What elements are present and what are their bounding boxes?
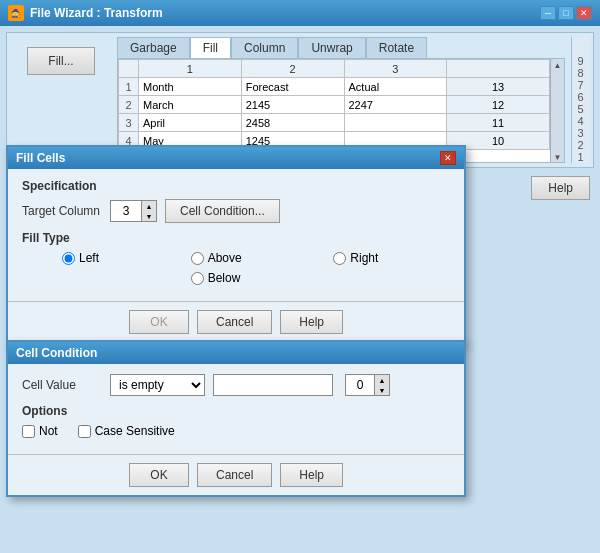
condition-spinner-up[interactable]: ▲: [375, 375, 389, 385]
case-sensitive-checkbox[interactable]: [78, 425, 91, 438]
not-checkbox-item[interactable]: Not: [22, 424, 58, 438]
radio-below-label: Below: [208, 271, 241, 285]
cell-condition-cancel-button[interactable]: Cancel: [197, 463, 272, 487]
title-bar: 🧙 File Wizard : Transform ─ □ ✕: [0, 0, 600, 26]
radio-right[interactable]: Right: [333, 251, 450, 265]
radio-left-input[interactable]: [62, 252, 75, 265]
tab-garbage[interactable]: Garbage: [117, 37, 190, 59]
case-sensitive-checkbox-item[interactable]: Case Sensitive: [78, 424, 175, 438]
close-button[interactable]: ✕: [576, 6, 592, 20]
options-label: Options: [22, 404, 450, 418]
cell-condition-body: Cell Value is empty is not empty equals …: [8, 364, 464, 448]
radio-below[interactable]: Below: [191, 271, 314, 285]
spinner-buttons: ▲ ▼: [141, 201, 156, 221]
case-sensitive-label: Case Sensitive: [95, 424, 175, 438]
col-header-2: 2: [241, 60, 344, 78]
condition-spinner-down[interactable]: ▼: [375, 385, 389, 395]
minimize-button[interactable]: ─: [540, 6, 556, 20]
target-column-label: Target Column: [22, 204, 102, 218]
cell-condition-buttons: OK Cancel Help: [8, 454, 464, 495]
cell-condition-help-button[interactable]: Help: [280, 463, 343, 487]
spinner-down-button[interactable]: ▼: [142, 211, 156, 221]
fill-cells-title: Fill Cells: [16, 151, 65, 165]
not-checkbox[interactable]: [22, 425, 35, 438]
tab-fill[interactable]: Fill: [190, 37, 231, 59]
window-title: File Wizard : Transform: [30, 6, 163, 20]
condition-numeric-spinner[interactable]: ▲ ▼: [345, 374, 390, 396]
col-header-blank: [119, 60, 139, 78]
fill-type-label: Fill Type: [22, 231, 450, 245]
tab-column[interactable]: Column: [231, 37, 298, 59]
fill-cells-help-button[interactable]: Help: [280, 310, 343, 334]
fill-button[interactable]: Fill...: [27, 47, 94, 75]
fill-cells-body: Specification Target Column ▲ ▼ Cell Con…: [8, 169, 464, 295]
col-header-1: 1: [139, 60, 242, 78]
options-row: Not Case Sensitive: [22, 424, 450, 438]
col-header-3: 3: [344, 60, 447, 78]
condition-text-input[interactable]: [213, 374, 333, 396]
fill-cells-close-button[interactable]: ✕: [440, 151, 456, 165]
cell-value-row: Cell Value is empty is not empty equals …: [22, 374, 450, 396]
target-column-input[interactable]: [111, 202, 141, 220]
tab-bar: Garbage Fill Column Unwrap Rotate: [117, 37, 565, 59]
tab-rotate[interactable]: Rotate: [366, 37, 427, 59]
cell-condition-dialog: Cell Condition Cell Value is empty is no…: [6, 340, 466, 497]
right-numbers: 9 8 7 6 5 4 3 2 1: [571, 37, 589, 163]
fill-cells-dialog: Fill Cells ✕ Specification Target Column…: [6, 145, 466, 344]
radio-left-label: Left: [79, 251, 99, 265]
col-header-extra: [447, 60, 550, 78]
radio-right-label: Right: [350, 251, 378, 265]
app-icon: 🧙: [8, 5, 24, 21]
vertical-scrollbar[interactable]: ▲ ▼: [550, 59, 564, 162]
cell-condition-button[interactable]: Cell Condition...: [165, 199, 280, 223]
condition-spinner-buttons: ▲ ▼: [374, 375, 389, 395]
cell-condition-ok-button[interactable]: OK: [129, 463, 189, 487]
specification-label: Specification: [22, 179, 450, 193]
fill-cells-buttons: OK Cancel Help: [8, 301, 464, 342]
condition-select[interactable]: is empty is not empty equals not equals …: [110, 374, 205, 396]
fill-cells-cancel-button[interactable]: Cancel: [197, 310, 272, 334]
radio-left[interactable]: Left: [62, 251, 171, 265]
table-row: 3 April 2458 11: [119, 114, 550, 132]
fill-type-section: Fill Type Left Above Right Below: [22, 231, 450, 285]
radio-above[interactable]: Above: [191, 251, 314, 265]
window-controls: ─ □ ✕: [540, 6, 592, 20]
not-label: Not: [39, 424, 58, 438]
spinner-up-button[interactable]: ▲: [142, 201, 156, 211]
radio-above-label: Above: [208, 251, 242, 265]
target-column-row: Target Column ▲ ▼ Cell Condition...: [22, 199, 450, 223]
fill-cells-title-bar: Fill Cells ✕: [8, 147, 464, 169]
maximize-button[interactable]: □: [558, 6, 574, 20]
cell-condition-title-bar: Cell Condition: [8, 342, 464, 364]
main-help-button[interactable]: Help: [531, 176, 590, 200]
table-row: 2 March 2145 2247 12: [119, 96, 550, 114]
tab-unwrap[interactable]: Unwrap: [298, 37, 365, 59]
fill-cells-ok-button[interactable]: OK: [129, 310, 189, 334]
cell-condition-title: Cell Condition: [16, 346, 97, 360]
radio-below-input[interactable]: [191, 272, 204, 285]
fill-type-options: Left Above Right Below: [22, 251, 450, 285]
spreadsheet-table: 1 2 3 1 Month Forecast Actual: [118, 59, 550, 150]
condition-numeric-input[interactable]: [346, 376, 374, 394]
table-row: 1 Month Forecast Actual 13: [119, 78, 550, 96]
target-column-spinner[interactable]: ▲ ▼: [110, 200, 157, 222]
radio-above-input[interactable]: [191, 252, 204, 265]
cell-value-label: Cell Value: [22, 378, 102, 392]
radio-right-input[interactable]: [333, 252, 346, 265]
